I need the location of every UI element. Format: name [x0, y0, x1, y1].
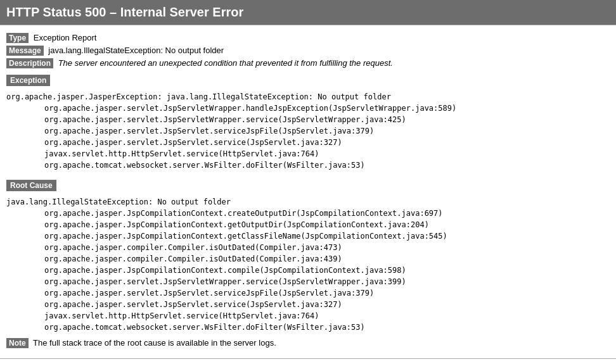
note-label: Note	[6, 338, 29, 348]
root-cause-section: Root Cause java.lang.IllegalStateExcepti…	[6, 176, 610, 333]
stack-line: javax.servlet.http.HttpServlet.service(H…	[6, 310, 610, 322]
root-cause-main-line: java.lang.IllegalStateException: No outp…	[6, 196, 610, 208]
header-bar: HTTP Status 500 – Internal Server Error	[0, 0, 616, 25]
stack-line: org.apache.jasper.servlet.JspServlet.ser…	[6, 137, 610, 148]
type-label: Type	[6, 33, 29, 43]
footer-divider	[0, 358, 616, 359]
type-value: Exception Report	[34, 33, 97, 42]
message-value: java.lang.IllegalStateException: No outp…	[48, 46, 224, 55]
stack-line: org.apache.jasper.servlet.JspServletWrap…	[6, 103, 610, 114]
stack-line: javax.servlet.http.HttpServlet.service(H…	[6, 148, 610, 160]
root-cause-stack-lines: org.apache.jasper.JspCompilationContext.…	[6, 208, 610, 333]
note-row: Note The full stack trace of the root ca…	[6, 338, 610, 348]
stack-line: org.apache.jasper.JspCompilationContext.…	[6, 208, 610, 219]
stack-line: org.apache.jasper.compiler.Compiler.isOu…	[6, 253, 610, 265]
stack-line: org.apache.jasper.servlet.JspServletWrap…	[6, 114, 610, 125]
message-row: Message java.lang.IllegalStateException:…	[6, 46, 610, 56]
stack-line: org.apache.jasper.compiler.Compiler.isOu…	[6, 242, 610, 253]
stack-line: org.apache.jasper.JspCompilationContext.…	[6, 230, 610, 242]
exception-section: Exception org.apache.jasper.JasperExcept…	[6, 71, 610, 171]
page-title: HTTP Status 500 – Internal Server Error	[6, 5, 610, 20]
type-row: Type Exception Report	[6, 33, 610, 43]
description-row: Description The server encountered an un…	[6, 58, 610, 68]
message-label: Message	[6, 46, 44, 56]
note-value: The full stack trace of the root cause i…	[33, 338, 276, 348]
stack-line: org.apache.jasper.servlet.JspServlet.ser…	[6, 287, 610, 299]
stack-line: org.apache.jasper.servlet.JspServletWrap…	[6, 276, 610, 287]
stack-line: org.apache.jasper.JspCompilationContext.…	[6, 265, 610, 276]
main-content: Type Exception Report Message java.lang.…	[0, 25, 616, 358]
description-value: The server encountered an unexpected con…	[58, 58, 393, 68]
root-cause-label: Root Cause	[6, 180, 56, 191]
stack-line: org.apache.jasper.servlet.JspServlet.ser…	[6, 299, 610, 310]
exception-stack: org.apache.jasper.JasperException: java.…	[6, 91, 610, 171]
stack-line: org.apache.jasper.servlet.JspServlet.ser…	[6, 125, 610, 137]
stack-line: org.apache.tomcat.websocket.server.WsFil…	[6, 322, 610, 333]
exception-main-line: org.apache.jasper.JasperException: java.…	[6, 91, 610, 103]
exception-label: Exception	[6, 75, 50, 86]
stack-line: org.apache.tomcat.websocket.server.WsFil…	[6, 160, 610, 171]
description-label: Description	[6, 58, 53, 68]
stack-line: org.apache.jasper.JspCompilationContext.…	[6, 219, 610, 230]
root-cause-stack: java.lang.IllegalStateException: No outp…	[6, 196, 610, 333]
exception-stack-lines: org.apache.jasper.servlet.JspServletWrap…	[6, 103, 610, 171]
